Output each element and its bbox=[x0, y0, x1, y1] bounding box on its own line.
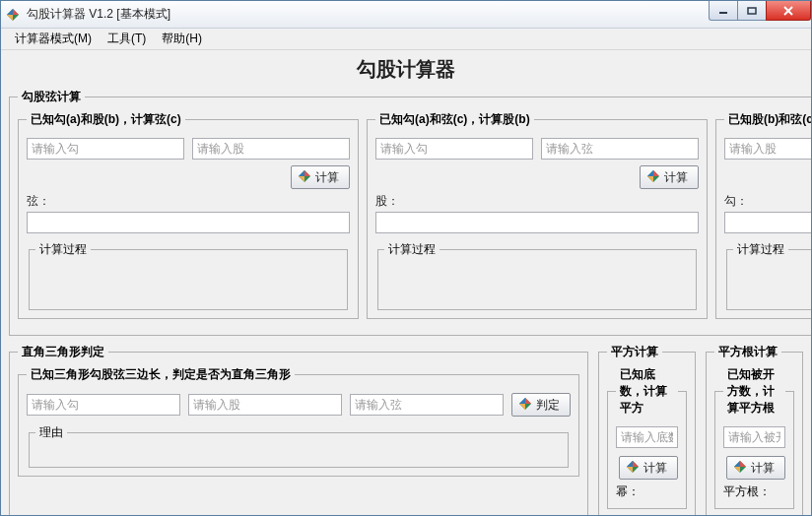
app-title: 勾股计算器 bbox=[9, 56, 803, 83]
svg-marker-25 bbox=[633, 461, 639, 467]
titlebar: 勾股计算器 V1.2 [基本模式] bbox=[1, 1, 811, 29]
process-legend-3: 计算过程 bbox=[733, 241, 788, 258]
sqrt-calc-button[interactable]: 计算 bbox=[726, 456, 785, 480]
client-area: 勾股计算器 勾股弦计算 已知勾(a)和股(b)，计算弦(c) 计算 bbox=[1, 50, 811, 515]
window-title: 勾股计算器 V1.2 [基本模式] bbox=[27, 6, 170, 23]
svg-marker-11 bbox=[299, 170, 304, 176]
input-a-2[interactable] bbox=[375, 138, 533, 160]
process-legend-2: 计算过程 bbox=[384, 241, 440, 258]
square-calc-label: 计算 bbox=[643, 460, 667, 477]
calc-button-2-label: 计算 bbox=[664, 169, 688, 186]
menu-help[interactable]: 帮助(H) bbox=[154, 29, 210, 49]
minimize-button[interactable] bbox=[709, 1, 738, 21]
square-inner: 已知底数，计算平方 计算 幂： bbox=[607, 366, 687, 509]
sqrt-inner: 已知被开方数，计算平方根 计算 平方根： bbox=[714, 366, 794, 509]
svg-marker-14 bbox=[647, 176, 653, 182]
svg-marker-13 bbox=[653, 170, 659, 176]
svg-rect-5 bbox=[748, 8, 756, 14]
reason-box: 理由 bbox=[29, 424, 569, 468]
hypotenuse-group-legend: 勾股弦计算 bbox=[18, 89, 85, 105]
sqrt-group: 平方根计算 已知被开方数，计算平方根 计算 平方根： bbox=[706, 344, 803, 515]
svg-marker-21 bbox=[525, 398, 531, 404]
svg-marker-22 bbox=[519, 404, 525, 410]
result-label-2: 股： bbox=[375, 193, 699, 210]
menu-tools[interactable]: 工具(T) bbox=[100, 29, 154, 49]
menubar: 计算器模式(M) 工具(T) 帮助(H) bbox=[1, 29, 811, 50]
close-button[interactable] bbox=[766, 1, 811, 21]
svg-marker-30 bbox=[734, 467, 740, 473]
svg-marker-10 bbox=[299, 176, 304, 182]
process-box-3: 计算过程 bbox=[726, 241, 811, 310]
result-label-3: 勾： bbox=[724, 193, 811, 210]
diamond-icon bbox=[733, 460, 747, 477]
diamond-icon bbox=[298, 169, 311, 186]
result-box-2 bbox=[375, 212, 699, 233]
process-box-1: 计算过程 bbox=[29, 241, 348, 310]
svg-marker-31 bbox=[734, 461, 740, 467]
input-a-1[interactable] bbox=[27, 138, 184, 160]
calc-button-1-label: 计算 bbox=[315, 169, 339, 186]
input-b-3[interactable] bbox=[724, 138, 811, 160]
window-controls bbox=[710, 1, 811, 21]
process-box-2: 计算过程 bbox=[377, 241, 697, 310]
svg-marker-3 bbox=[7, 9, 13, 15]
svg-marker-9 bbox=[304, 170, 310, 176]
sqrt-group-legend: 平方根计算 bbox=[714, 344, 781, 360]
reason-legend: 理由 bbox=[35, 424, 67, 441]
panel-bc-a: 已知股(b)和弦(c)，计算勾(a) 计算 勾： 计算过程 bbox=[715, 111, 811, 319]
svg-marker-2 bbox=[7, 15, 13, 21]
tri-input-a[interactable] bbox=[27, 394, 180, 416]
square-calc-button[interactable]: 计算 bbox=[619, 456, 678, 480]
square-group: 平方计算 已知底数，计算平方 计算 幂： bbox=[598, 344, 696, 515]
calc-button-2[interactable]: 计算 bbox=[640, 165, 699, 189]
judge-button-label: 判定 bbox=[536, 397, 560, 414]
panel-ac-b-legend: 已知勾(a)和弦(c)，计算股(b) bbox=[375, 111, 534, 128]
diamond-icon bbox=[646, 169, 660, 186]
triangle-inner-legend: 已知三角形勾股弦三边长，判定是否为直角三角形 bbox=[27, 366, 295, 383]
tri-input-b[interactable] bbox=[188, 394, 342, 416]
panel-ac-b: 已知勾(a)和弦(c)，计算股(b) 计算 股： 计算过程 bbox=[367, 111, 708, 319]
svg-marker-29 bbox=[740, 461, 746, 467]
app-window: 勾股计算器 V1.2 [基本模式] 计算器模式(M) 工具(T) 帮助(H) 勾… bbox=[0, 0, 812, 516]
square-inner-legend: 已知底数，计算平方 bbox=[616, 366, 678, 417]
input-b-1[interactable] bbox=[192, 138, 350, 160]
triangle-group-legend: 直角三角形判定 bbox=[18, 344, 108, 360]
triangle-group: 直角三角形判定 已知三角形勾股弦三边长，判定是否为直角三角形 判定 理由 bbox=[9, 344, 588, 515]
judge-button[interactable]: 判定 bbox=[511, 393, 571, 417]
menu-mode[interactable]: 计算器模式(M) bbox=[7, 29, 100, 49]
hypotenuse-group: 勾股弦计算 已知勾(a)和股(b)，计算弦(c) 计算 弦： bbox=[9, 89, 811, 336]
result-box-1 bbox=[27, 212, 350, 233]
sqrt-result-label: 平方根： bbox=[723, 484, 785, 500]
result-label-1: 弦： bbox=[27, 193, 350, 210]
panel-ab-c: 已知勾(a)和股(b)，计算弦(c) 计算 弦： 计算过程 bbox=[18, 111, 359, 319]
panel-bc-a-legend: 已知股(b)和弦(c)，计算勾(a) bbox=[724, 111, 811, 128]
result-box-3 bbox=[724, 212, 811, 233]
sqrt-calc-label: 计算 bbox=[751, 460, 775, 477]
calc-button-1[interactable]: 计算 bbox=[291, 165, 350, 189]
square-input[interactable] bbox=[616, 426, 678, 448]
process-legend-1: 计算过程 bbox=[35, 241, 91, 258]
panel-ab-c-legend: 已知勾(a)和股(b)，计算弦(c) bbox=[27, 111, 185, 128]
maximize-button[interactable] bbox=[737, 1, 767, 21]
sqrt-input[interactable] bbox=[723, 426, 785, 448]
square-group-legend: 平方计算 bbox=[607, 344, 662, 360]
tri-input-c[interactable] bbox=[350, 394, 504, 416]
svg-marker-15 bbox=[647, 170, 653, 176]
input-c-2[interactable] bbox=[541, 138, 699, 160]
diamond-icon bbox=[626, 460, 640, 477]
svg-marker-26 bbox=[627, 467, 633, 473]
svg-marker-23 bbox=[519, 398, 525, 404]
triangle-inner: 已知三角形勾股弦三边长，判定是否为直角三角形 判定 理由 bbox=[18, 366, 579, 477]
sqrt-inner-legend: 已知被开方数，计算平方根 bbox=[723, 366, 785, 417]
svg-marker-1 bbox=[13, 9, 19, 15]
app-icon bbox=[5, 7, 21, 23]
diamond-icon bbox=[518, 397, 532, 414]
square-result-label: 幂： bbox=[616, 484, 678, 500]
svg-marker-27 bbox=[627, 461, 633, 467]
